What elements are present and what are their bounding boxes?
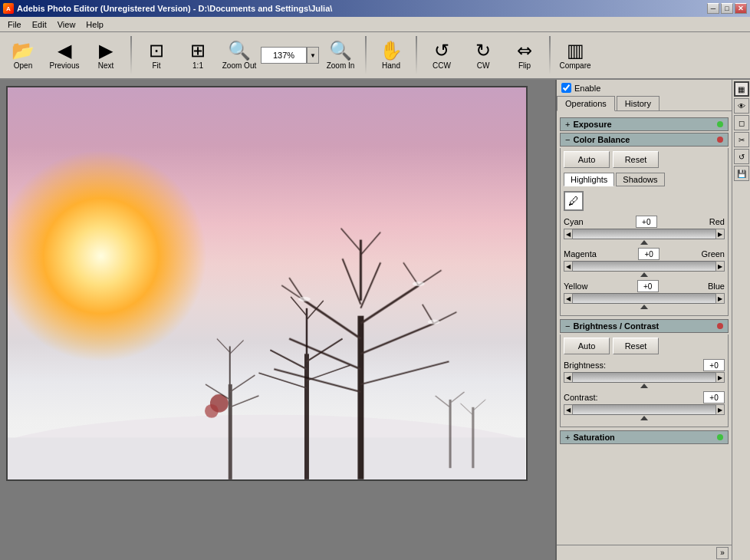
flip-button[interactable]: ⇔ Flip [505,34,544,77]
side-icon-crop[interactable]: ◻ [734,115,749,130]
svg-line-3 [360,285,418,324]
open-icon: 📂 [12,41,35,60]
color-balance-auto-button[interactable]: Auto [564,151,610,168]
sub-tab-highlights[interactable]: Highlights [564,173,614,186]
svg-point-44 [298,297,311,301]
hand-label: Hand [382,61,400,70]
green-label: Green [701,249,725,259]
brightness-left-arrow[interactable]: ◀ [564,372,573,383]
svg-point-45 [428,320,440,324]
brightness-contrast-auto-button[interactable]: Auto [564,338,610,354]
section-brightness-contrast[interactable]: − Brightness / Contrast [560,319,729,333]
svg-line-5 [360,324,433,354]
blue-label: Blue [708,282,725,291]
zoom-dropdown-button[interactable]: ▼ [307,47,319,64]
sub-tab-shadows[interactable]: Shadows [616,173,664,186]
cyan-red-slider-row: Cyan +0 Red ◀ ▶ [564,216,725,245]
section-exposure[interactable]: + Exposure [560,117,729,131]
brightness-track[interactable] [573,372,715,383]
ccw-icon: ↺ [434,41,449,60]
svg-line-41 [472,400,485,411]
magenta-green-track[interactable] [573,261,715,272]
expand-button[interactable]: » [716,547,729,559]
magenta-green-thumb [640,272,648,277]
tab-history[interactable]: History [617,96,660,110]
toolbar: 📂 Open ◀ Previous ▶ Next ⊡ Fit ⊞ 1:1 🔍 Z… [0,32,750,80]
cyan-red-right-arrow[interactable]: ▶ [715,229,725,239]
previous-button[interactable]: ◀ Previous [44,34,84,77]
svg-line-36 [217,338,230,352]
zoom-input[interactable] [261,47,307,64]
zoom-control[interactable]: ▼ [261,47,319,64]
fit-button[interactable]: ⊡ Fit [137,34,176,77]
svg-point-21 [205,404,219,418]
cyan-red-left-arrow[interactable]: ◀ [564,229,573,239]
contrast-value: +0 [703,391,725,404]
contrast-right-arrow[interactable]: ▶ [715,404,725,415]
ccw-button[interactable]: ↺ CCW [422,34,462,77]
cyan-red-track[interactable] [573,229,715,239]
red-label: Red [709,217,725,226]
open-button[interactable]: 📂 Open [3,34,43,77]
cw-icon: ↻ [475,41,491,60]
side-icon-rotate[interactable]: ✂ [734,132,749,147]
close-button[interactable]: ✕ [735,3,747,14]
svg-rect-2 [357,316,363,479]
main-area: Enable Operations History + Exposure [0,80,750,560]
brightness-slider-row: Brightness: +0 ◀ ▶ [564,359,725,388]
panel-main: Enable Operations History + Exposure [557,80,732,560]
yellow-blue-left-arrow[interactable]: ◀ [564,293,573,304]
enable-checkbox[interactable] [561,83,571,93]
color-balance-expand-icon: − [565,135,570,144]
cyan-red-value: +0 [636,216,657,228]
previous-icon: ◀ [58,41,71,60]
maximize-button[interactable]: □ [721,3,733,14]
fit-icon: ⊡ [149,41,164,60]
menu-help[interactable]: Help [81,18,108,31]
canvas-area[interactable] [0,80,555,560]
next-button[interactable]: ▶ Next [86,34,126,77]
menu-file[interactable]: File [3,18,26,31]
side-icon-histogram[interactable]: ▦ [734,81,749,97]
hand-button[interactable]: ✋ Hand [371,34,411,77]
right-section: Enable Operations History + Exposure [555,80,750,560]
yellow-blue-right-arrow[interactable]: ▶ [715,293,725,304]
next-label: Next [98,61,114,70]
fit-label: Fit [152,61,160,70]
tab-operations[interactable]: Operations [557,96,615,111]
section-color-balance[interactable]: − Color Balance [560,133,729,147]
color-balance-reset-button[interactable]: Reset [613,151,659,168]
section-saturation[interactable]: + Saturation [560,430,729,444]
toolbar-separator-4 [549,36,551,74]
previous-label: Previous [50,61,80,70]
contrast-left-arrow[interactable]: ◀ [564,404,573,415]
zoom-in-button[interactable]: 🔍 Zoom In [321,34,360,77]
svg-line-4 [304,301,360,339]
yellow-label: Yellow [564,282,587,291]
minimize-button[interactable]: ─ [707,3,719,14]
contrast-track[interactable] [573,404,715,415]
brightness-right-arrow[interactable]: ▶ [715,372,725,383]
eyedropper-button[interactable]: 🖊 [564,191,584,211]
yellow-blue-track[interactable] [573,293,715,304]
side-icon-save[interactable]: 💾 [734,166,749,181]
yellow-blue-thumb [640,305,648,309]
side-icon-undo[interactable]: ↺ [734,149,749,164]
brightness-contrast-reset-button[interactable]: Reset [613,338,659,354]
app-icon: A [3,3,14,14]
magenta-green-slider-row: Magenta +0 Green ◀ ▶ [564,248,725,277]
magenta-green-left-arrow[interactable]: ◀ [564,261,573,272]
one-to-one-button[interactable]: ⊞ 1:1 [178,34,218,77]
svg-line-38 [449,392,464,404]
tabs-row: Operations History [557,96,732,111]
zoom-out-button[interactable]: 🔍 Zoom Out [219,34,259,77]
photo-background [8,87,526,479]
cw-button[interactable]: ↻ CW [463,34,503,77]
magenta-green-right-arrow[interactable]: ▶ [715,261,725,272]
hand-icon: ✋ [380,41,403,60]
compare-button[interactable]: ▥ Compare [555,34,595,77]
menu-edit[interactable]: Edit [28,18,51,31]
menu-view[interactable]: View [53,18,81,31]
side-icon-preview[interactable]: 👁 [734,98,749,114]
app-title: Adebis Photo Editor (Unregistered Versio… [17,4,332,13]
